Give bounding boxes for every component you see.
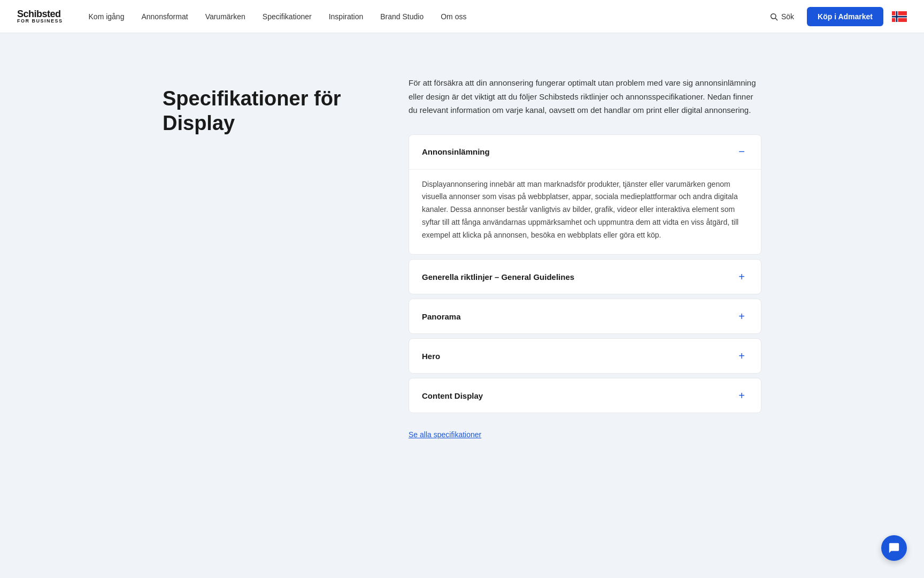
accordion-plus-icon-content-display: + <box>735 389 748 402</box>
accordion-body-annonsinlamning: Displayannonsering innebär att man markn… <box>409 169 761 255</box>
accordion-title-content-display: Content Display <box>422 391 483 400</box>
accordion-header-panorama[interactable]: Panorama + <box>409 299 761 333</box>
accordion-header-annonsinlamning[interactable]: Annonsinlämning − <box>409 135 761 169</box>
search-button[interactable]: Sök <box>765 10 798 23</box>
language-flag[interactable] <box>892 11 907 22</box>
accordion-header-generella-riktlinjer[interactable]: Generella riktlinjer – General Guideline… <box>409 260 761 294</box>
accordion-title-panorama: Panorama <box>422 312 461 321</box>
accordion: Annonsinlämning − Displayannonsering inn… <box>409 134 761 418</box>
see-all-link[interactable]: Se alla specifikationer <box>409 430 481 439</box>
header-actions: Sök Köp i Admarket <box>765 7 907 26</box>
search-icon <box>769 12 778 21</box>
accordion-title-annonsinlamning: Annonsinlämning <box>422 147 490 156</box>
accordion-title-generella-riktlinjer: Generella riktlinjer – General Guideline… <box>422 272 574 282</box>
search-label: Sök <box>781 12 794 21</box>
accordion-plus-icon-hero: + <box>735 349 748 362</box>
nav-item-brand-studio[interactable]: Brand Studio <box>380 12 424 21</box>
accordion-plus-icon-panorama: + <box>735 310 748 323</box>
svg-rect-6 <box>892 16 907 17</box>
right-column: För att försäkra att din annonsering fun… <box>409 76 761 439</box>
accordion-item-annonsinlamning: Annonsinlämning − Displayannonsering inn… <box>409 134 761 255</box>
accordion-header-hero[interactable]: Hero + <box>409 339 761 373</box>
nav-item-om-oss[interactable]: Om oss <box>441 12 466 21</box>
svg-point-0 <box>771 13 776 18</box>
accordion-title-hero: Hero <box>422 352 440 361</box>
main-content: Specifikationer för Display För att förs… <box>141 33 783 493</box>
accordion-item-hero: Hero + <box>409 338 761 374</box>
site-header: Schibsted FOR BUSINESS Kom igång Annonsf… <box>0 0 924 33</box>
nav-item-kom-igaang[interactable]: Kom igång <box>89 12 125 21</box>
accordion-item-panorama: Panorama + <box>409 299 761 334</box>
page-title: Specifikationer för Display <box>163 87 366 135</box>
logo-text-bottom: FOR BUSINESS <box>17 19 63 24</box>
accordion-plus-icon: + <box>735 270 748 283</box>
svg-line-1 <box>775 18 777 20</box>
accordion-item-generella-riktlinjer: Generella riktlinjer – General Guideline… <box>409 259 761 294</box>
intro-text: För att försäkra att din annonsering fun… <box>409 76 761 117</box>
left-column: Specifikationer för Display <box>163 76 366 135</box>
logo[interactable]: Schibsted FOR BUSINESS <box>17 9 63 24</box>
accordion-minus-icon: − <box>735 146 748 158</box>
logo-text-top: Schibsted <box>17 9 63 19</box>
accordion-body-text-annonsinlamning: Displayannonsering innebär att man markn… <box>422 170 748 242</box>
accordion-header-content-display[interactable]: Content Display + <box>409 378 761 413</box>
accordion-item-content-display: Content Display + <box>409 378 761 413</box>
nav-item-varumaerken[interactable]: Varumärken <box>205 12 245 21</box>
buy-button[interactable]: Köp i Admarket <box>807 7 883 26</box>
nav-item-inspiration[interactable]: Inspiration <box>329 12 364 21</box>
main-nav: Kom igång Annonsformat Varumärken Specif… <box>89 12 765 21</box>
nav-item-annonsformat[interactable]: Annonsformat <box>141 12 188 21</box>
nav-item-specifikationer[interactable]: Specifikationer <box>263 12 312 21</box>
